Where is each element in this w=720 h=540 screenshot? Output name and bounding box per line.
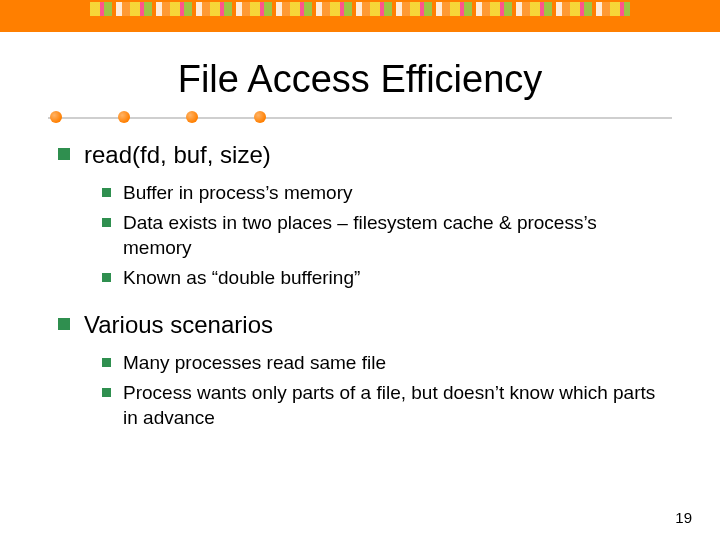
bullet-icon — [102, 273, 111, 282]
bullet-level1: read(fd, buf, size) — [84, 139, 271, 170]
bullet-level2: Many processes read same file — [123, 350, 386, 376]
divider — [48, 107, 672, 127]
bullet-icon — [102, 188, 111, 197]
decorative-pattern — [90, 2, 630, 16]
content-area: read(fd, buf, size) Buffer in process’s … — [58, 139, 662, 431]
decorative-top-bar — [0, 0, 720, 32]
bullet-level2: Known as “double buffering” — [123, 265, 360, 291]
bullet-icon — [102, 388, 111, 397]
page-number: 19 — [675, 509, 692, 526]
bullet-icon — [58, 148, 70, 160]
bullet-icon — [102, 218, 111, 227]
bullet-icon — [58, 318, 70, 330]
slide-title: File Access Efficiency — [0, 58, 720, 101]
bullet-level2: Process wants only parts of a file, but … — [123, 380, 662, 431]
bullet-level2: Data exists in two places – filesystem c… — [123, 210, 662, 261]
bullet-level1: Various scenarios — [84, 309, 273, 340]
bullet-level2: Buffer in process’s memory — [123, 180, 353, 206]
bullet-icon — [102, 358, 111, 367]
